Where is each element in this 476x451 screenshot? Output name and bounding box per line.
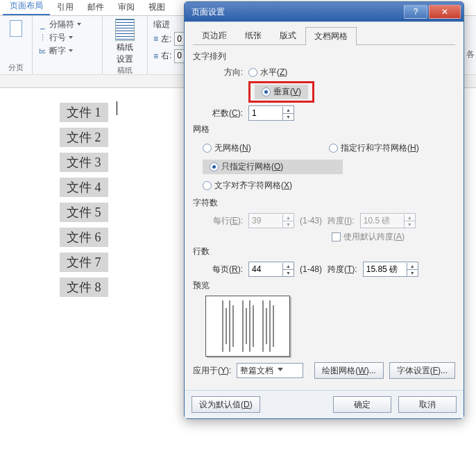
preview-pane bbox=[205, 296, 290, 357]
tab-view[interactable]: 视图 bbox=[142, 0, 172, 15]
line-pitch-label: 跨度(T): bbox=[328, 264, 357, 275]
dialog-footer: 设为默认值(D) 确定 取消 bbox=[185, 390, 464, 418]
grid-title: 网格 bbox=[193, 124, 455, 135]
tab-paper[interactable]: 纸张 bbox=[236, 26, 271, 44]
grid-row-radio[interactable]: 只指定行网格(O) bbox=[203, 160, 343, 174]
page-break-icon bbox=[10, 20, 22, 37]
draft-icon bbox=[115, 19, 135, 41]
page-content[interactable]: 文件 1 文件 2 文件 3 文件 4 文件 5 文件 6 文件 7 文件 8 bbox=[60, 97, 178, 303]
lines-per-page-label: 每页(R): bbox=[205, 264, 243, 275]
dialog-title: 页面设置 bbox=[192, 6, 402, 18]
separator-menu[interactable]: ⎯分隔符 bbox=[38, 19, 96, 31]
doc-line[interactable]: 文件 3 bbox=[60, 153, 108, 172]
dialog-tabs: 页边距 纸张 版式 文档网格 bbox=[193, 26, 455, 45]
apply-to-select[interactable]: 整篇文档 bbox=[237, 363, 303, 378]
text-cursor bbox=[117, 101, 117, 115]
stray-text: 各 bbox=[466, 49, 475, 60]
doc-line[interactable]: 文件 1 bbox=[60, 103, 108, 122]
doc-line[interactable]: 文件 7 bbox=[60, 253, 108, 272]
grid-rowchar-radio[interactable]: 指定行和字符网格(H) bbox=[329, 142, 455, 154]
page-break-button[interactable]: 分页 bbox=[6, 62, 26, 73]
chars-per-line-label: 每行(E): bbox=[205, 215, 243, 227]
doc-line[interactable]: 文件 8 bbox=[60, 278, 108, 297]
indent-left-icon: ≡ bbox=[153, 34, 158, 44]
tab-page-layout[interactable]: 页面布局 bbox=[3, 0, 50, 15]
tab-layout[interactable]: 版式 bbox=[271, 26, 305, 44]
tab-review[interactable]: 审阅 bbox=[111, 0, 142, 15]
page-setup-dialog: 页面设置 ? ✕ 页边距 纸张 版式 文档网格 文字排列 方向: 水平(Z) 垂… bbox=[184, 1, 464, 419]
indent-right-icon: ≡ bbox=[153, 51, 158, 61]
doc-line[interactable]: 文件 5 bbox=[60, 203, 108, 222]
chars-per-line-stepper: ▲▼ bbox=[248, 213, 294, 228]
lines-range: (1-48) bbox=[300, 264, 322, 274]
font-settings-button[interactable]: 字体设置(F)... bbox=[389, 362, 455, 379]
chars-title: 字符数 bbox=[193, 197, 455, 209]
lines-per-page-stepper[interactable]: ▲▼ bbox=[248, 262, 294, 277]
columns-label: 栏数(C): bbox=[205, 108, 243, 119]
char-pitch-stepper: ▲▼ bbox=[360, 213, 416, 228]
orientation-vertical-radio[interactable]: 垂直(V) bbox=[255, 85, 308, 99]
doc-line[interactable]: 文件 2 bbox=[60, 128, 108, 147]
set-default-button[interactable]: 设为默认值(D) bbox=[192, 396, 260, 413]
tab-margins[interactable]: 页边距 bbox=[193, 26, 236, 44]
grid-none-radio[interactable]: 无网格(N) bbox=[203, 142, 329, 154]
tab-mailings[interactable]: 邮件 bbox=[80, 0, 111, 15]
hyphenation-menu[interactable]: bc断字 bbox=[38, 45, 96, 57]
cancel-button[interactable]: 取消 bbox=[398, 396, 457, 413]
chars-range: (1-43) bbox=[300, 216, 322, 226]
tab-references[interactable]: 引用 bbox=[50, 0, 80, 15]
line-number-menu[interactable]: ⋮行号 bbox=[38, 32, 96, 44]
columns-stepper[interactable]: ▲▼ bbox=[248, 105, 294, 121]
text-arrange-title: 文字排列 bbox=[193, 51, 455, 62]
doc-line[interactable]: 文件 6 bbox=[60, 228, 108, 247]
draft-settings-button[interactable]: 稿纸 设置 bbox=[115, 19, 135, 65]
draw-grid-button[interactable]: 绘图网格(W)... bbox=[314, 362, 383, 379]
line-pitch-stepper[interactable]: ▲▼ bbox=[363, 262, 418, 277]
orientation-horizontal-radio[interactable]: 水平(Z) bbox=[248, 67, 287, 78]
orientation-vertical-highlight: 垂直(V) bbox=[248, 81, 314, 103]
close-button[interactable]: ✕ bbox=[429, 5, 461, 19]
tab-document-grid[interactable]: 文档网格 bbox=[305, 27, 357, 45]
ok-button[interactable]: 确定 bbox=[333, 396, 391, 413]
orientation-label: 方向: bbox=[205, 67, 243, 78]
preview-title: 预览 bbox=[193, 280, 455, 291]
doc-line[interactable]: 文件 4 bbox=[60, 178, 108, 197]
lines-title: 行数 bbox=[193, 246, 455, 257]
apply-to-label: 应用于(Y): bbox=[193, 365, 231, 377]
use-default-pitch-checkbox: 使用默认跨度(A) bbox=[332, 231, 405, 243]
char-pitch-label: 跨度(I): bbox=[328, 215, 355, 227]
dialog-titlebar[interactable]: 页面设置 ? ✕ bbox=[185, 2, 464, 22]
grid-align-radio[interactable]: 文字对齐字符网格(X) bbox=[203, 180, 329, 192]
help-button[interactable]: ? bbox=[404, 5, 427, 19]
